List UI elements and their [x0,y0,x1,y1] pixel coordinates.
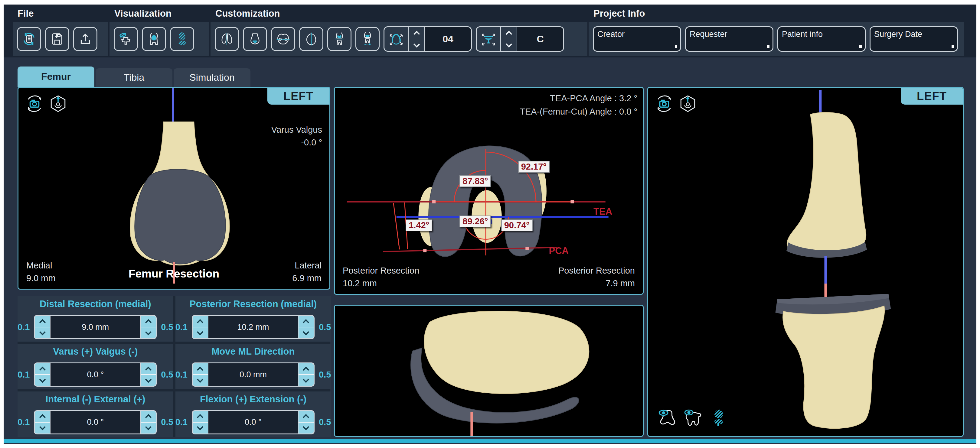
stepper-value[interactable]: 9.0 mm [50,316,141,338]
fine-increment-button[interactable] [192,316,208,327]
anatomy-tabs: Femur Tibia Simulation [18,67,251,87]
control-title: Varus (+) Valgus (-) [53,346,138,357]
resize-handle-icon[interactable] [767,45,770,48]
lateral-label: Lateral [292,259,321,272]
stepper-value[interactable]: 0.0 mm [208,363,299,386]
resize-handle-icon[interactable] [675,45,677,48]
control-posterior-resection: Posterior Resection (medial) 0.1 10.2 mm… [175,296,331,342]
coarse-decrement-button[interactable] [141,327,156,338]
project-info-group-label: Project Info [589,5,964,21]
coarse-decrement-button[interactable] [299,374,313,386]
tibia-visibility-toggle[interactable] [682,407,703,427]
condyle-closeup-viewport[interactable] [334,305,644,437]
coarse-increment-button[interactable] [141,411,156,422]
camera-rotate-icon [655,94,674,113]
customization-group-body: 04 C [210,22,587,56]
stepper: 0.0 ° [34,362,157,387]
fine-decrement-button[interactable] [35,422,50,434]
tea-axis-button[interactable] [271,27,295,51]
tab-simulation[interactable]: Simulation [173,68,250,87]
chevron-up-icon [145,414,151,421]
femur-landmark-button[interactable] [243,27,267,51]
tibia-size-up-button[interactable] [501,27,517,39]
stepper-value[interactable]: 0.0 ° [50,363,141,386]
tibia-size-spin [501,27,517,51]
fine-step-label: 0.1 [175,322,188,332]
control-row: 0.1 10.2 mm 0.5 [175,315,331,339]
fine-step-label: 0.1 [175,417,188,427]
chevron-up-icon [39,319,46,325]
surgery-date-field[interactable]: Surgery Date [870,26,958,52]
chevron-down-icon [303,377,309,383]
stepper: 0.0 ° [192,410,315,434]
tea-axis-label: TEA [593,206,612,217]
requester-field[interactable]: Requester [685,26,773,52]
fine-increment-button[interactable] [35,411,50,422]
condyle-axis-button[interactable] [299,27,323,51]
rotation-button[interactable] [355,27,380,51]
control-title: Flexion (+) Extension (-) [200,394,306,405]
hide-implant-button[interactable] [114,27,138,51]
fine-increment-button[interactable] [35,316,50,327]
stepper-value[interactable]: 0.0 ° [208,411,299,434]
fine-decrement-button[interactable] [192,422,208,434]
varus-valgus-readout: Varus Valgus -0.0 ° [271,123,322,149]
coarse-decrement-button[interactable] [141,374,156,386]
femur-size-spin [409,27,425,51]
axial-rotation-viewport[interactable]: TEA-PCA Angle : 3.2 ° TEA-(Femur-Cut) An… [334,87,644,295]
fine-decrement-button[interactable] [192,327,208,338]
fine-step-label: 0.1 [175,370,188,380]
femur-visibility-toggle[interactable] [657,407,677,427]
show-implant-solid-button[interactable] [142,27,166,51]
coarse-increment-button[interactable] [299,316,313,327]
fine-increment-button[interactable] [192,411,208,422]
tibia-size-down-button[interactable] [501,39,517,51]
resize-handle-icon[interactable] [859,45,862,48]
show-implant-hatched-button[interactable] [170,27,194,51]
femur-size-up-button[interactable] [409,27,424,39]
posterior-medial-label: Posterior Resection [343,264,419,277]
chevron-down-icon [145,424,151,430]
femur-resection-viewport[interactable]: LEFT Varus Valgus -0.0 ° Medial 9.0 mm F… [18,87,330,289]
snapshot-button[interactable] [655,94,674,113]
tab-tibia[interactable]: Tibia [95,68,172,87]
resection-level-icon [331,31,348,47]
resize-handle-icon[interactable] [951,45,954,48]
fine-decrement-button[interactable] [35,374,50,386]
patient-info-field[interactable]: Patient info [777,26,865,52]
knee-ap-view-button[interactable] [215,27,239,51]
snapshot-button[interactable] [25,94,44,113]
implant-visibility-toggle[interactable] [709,407,729,427]
camera-reset-hexagon-icon [678,94,697,113]
fine-decrement-button[interactable] [35,327,50,338]
coarse-decrement-button[interactable] [299,422,313,434]
file-group: File [13,5,108,57]
coarse-decrement-button[interactable] [141,422,156,434]
coarse-increment-button[interactable] [141,363,156,374]
femur-implant-size-stepper: 04 [383,26,472,52]
reset-view-button[interactable] [678,94,697,113]
creator-field[interactable]: Creator [593,26,681,52]
resection-level-button[interactable] [327,27,352,51]
fine-increment-button[interactable] [192,363,208,374]
femur-size-value[interactable]: 04 [425,27,471,51]
coarse-increment-button[interactable] [299,411,313,422]
chevron-down-icon [303,424,309,430]
reset-view-button[interactable] [49,94,67,113]
stepper-value[interactable]: 0.0 ° [50,411,141,434]
tab-femur[interactable]: Femur [18,67,94,87]
reload-project-button[interactable] [17,27,41,51]
tibia-size-value[interactable]: C [517,27,563,51]
varus-valgus-label: Varus Valgus [271,123,322,136]
save-button[interactable] [45,27,69,51]
coarse-increment-button[interactable] [141,316,156,327]
export-button[interactable] [73,27,97,51]
stepper-value[interactable]: 10.2 mm [208,316,299,338]
sagittal-viewport[interactable]: LEFT [647,87,964,437]
save-icon [49,31,65,47]
femur-size-down-button[interactable] [409,39,424,51]
coarse-decrement-button[interactable] [299,327,313,338]
fine-decrement-button[interactable] [192,374,208,386]
coarse-increment-button[interactable] [299,363,313,374]
fine-increment-button[interactable] [35,363,50,374]
